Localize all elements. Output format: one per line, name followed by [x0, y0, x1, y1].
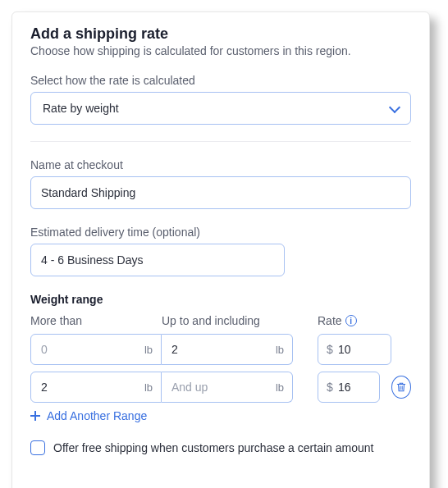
name-label: Name at checkout	[30, 158, 411, 171]
shipping-rate-dialog: Add a shipping rate Choose how shipping …	[11, 11, 430, 488]
currency-symbol: $	[327, 343, 333, 356]
chevron-down-icon	[389, 102, 400, 113]
range-row: lb lb $	[30, 334, 411, 365]
info-icon[interactable]: i	[345, 315, 357, 326]
name-input[interactable]	[30, 176, 411, 209]
col-header-upto: Up to and including	[162, 314, 293, 327]
calc-method-label: Select how the rate is calculated	[30, 74, 411, 87]
range-more-input[interactable]	[31, 335, 161, 364]
range-row: lb lb $	[30, 372, 411, 403]
range-heading: Weight range	[30, 293, 411, 306]
divider	[30, 141, 411, 142]
currency-symbol: $	[327, 381, 333, 394]
add-range-button[interactable]: Add Another Range	[30, 409, 411, 422]
unit-label: lb	[276, 344, 284, 356]
unit-label: lb	[276, 381, 284, 394]
calc-method-value: Rate by weight	[43, 102, 119, 115]
free-shipping-label: Offer free shipping when customers purch…	[53, 441, 373, 454]
unit-label: lb	[144, 381, 153, 394]
col-header-more: More than	[30, 314, 162, 327]
dialog-subtitle: Choose how shipping is calculated for cu…	[30, 44, 411, 57]
delete-range-button[interactable]	[391, 376, 411, 399]
calc-method-select[interactable]: Rate by weight	[30, 92, 411, 125]
col-header-rate: Rate i	[318, 314, 357, 327]
add-range-label: Add Another Range	[47, 409, 147, 422]
range-column-headers: More than Up to and including Rate i	[30, 314, 411, 327]
trash-icon	[395, 381, 407, 393]
dialog-title: Add a shipping rate	[30, 25, 411, 43]
eta-input[interactable]	[30, 244, 285, 276]
range-upto-input[interactable]	[162, 335, 292, 364]
unit-label: lb	[144, 344, 153, 356]
range-upto-input[interactable]	[162, 372, 292, 402]
eta-label: Estimated delivery time (optional)	[30, 226, 411, 239]
free-shipping-checkbox[interactable]	[30, 440, 45, 455]
range-more-input[interactable]	[31, 372, 161, 402]
plus-icon	[30, 411, 40, 421]
